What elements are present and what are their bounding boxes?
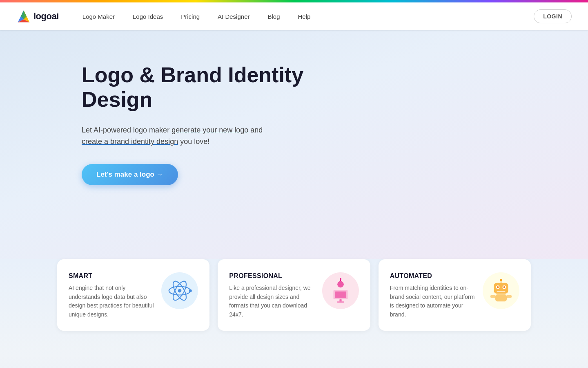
brand-identity-link[interactable]: create a brand identity design bbox=[82, 137, 178, 146]
subtitle-middle: and bbox=[248, 126, 263, 134]
generate-logo-link[interactable]: generate your new logo bbox=[172, 126, 248, 134]
logo-text: logoai bbox=[33, 11, 59, 22]
svg-rect-7 bbox=[335, 292, 346, 298]
smart-icon-wrap bbox=[161, 272, 198, 309]
svg-rect-22 bbox=[490, 295, 495, 298]
feature-smart-label: SMART bbox=[69, 272, 155, 280]
professional-icon-wrap bbox=[322, 272, 359, 309]
svg-rect-8 bbox=[339, 299, 341, 301]
features-grid: SMART AI engine that not only understand… bbox=[41, 259, 547, 331]
hero-subtitle: Let AI-powered logo maker generate your … bbox=[82, 124, 310, 148]
svg-point-16 bbox=[497, 286, 499, 288]
nav-help[interactable]: Help bbox=[291, 10, 318, 23]
subtitle-suffix: you love! bbox=[178, 137, 209, 146]
svg-rect-9 bbox=[337, 301, 344, 303]
feature-card-automated: AUTOMATED From matching identities to on… bbox=[379, 259, 531, 331]
svg-point-20 bbox=[500, 279, 502, 281]
feature-professional-desc: Like a professional designer, we provide… bbox=[229, 284, 315, 319]
nav-pricing[interactable]: Pricing bbox=[174, 10, 207, 23]
feature-automated-desc: From matching identities to on-brand soc… bbox=[390, 284, 476, 319]
atom-icon bbox=[165, 276, 194, 305]
designer-icon bbox=[326, 276, 355, 305]
subtitle-prefix: Let AI-powered logo maker bbox=[82, 126, 172, 134]
hero-section: Logo & Brand Identity Design Let AI-powe… bbox=[0, 30, 588, 259]
feature-smart-desc: AI engine that not only understands logo… bbox=[69, 284, 155, 319]
nav-blog[interactable]: Blog bbox=[260, 10, 287, 23]
svg-rect-18 bbox=[497, 291, 506, 292]
automated-icon-wrap bbox=[483, 272, 519, 309]
feature-automated-label: AUTOMATED bbox=[390, 272, 476, 280]
feature-card-smart: SMART AI engine that not only understand… bbox=[57, 259, 209, 331]
hero-title: Logo & Brand Identity Design bbox=[82, 63, 368, 112]
feature-card-professional: PROFESSIONAL Like a professional designe… bbox=[218, 259, 370, 331]
stats-bar: LogoAi has helped 2,665,308 businesses c… bbox=[0, 355, 588, 368]
svg-point-5 bbox=[189, 289, 192, 292]
svg-rect-21 bbox=[495, 294, 507, 302]
svg-point-10 bbox=[337, 281, 344, 287]
feature-professional-label: PROFESSIONAL bbox=[229, 272, 315, 280]
logo-link[interactable]: logoai bbox=[16, 9, 59, 24]
nav-links: Logo Maker Logo Ideas Pricing AI Designe… bbox=[75, 10, 534, 23]
nav-logo-maker[interactable]: Logo Maker bbox=[75, 10, 122, 23]
svg-point-12 bbox=[339, 278, 341, 280]
navbar: logoai Logo Maker Logo Ideas Pricing AI … bbox=[0, 2, 588, 30]
svg-point-4 bbox=[178, 289, 182, 293]
svg-rect-23 bbox=[507, 295, 512, 298]
nav-ai-designer[interactable]: AI Designer bbox=[210, 10, 257, 23]
login-button[interactable]: LOGIN bbox=[534, 9, 572, 23]
cta-button[interactable]: Let's make a logo → bbox=[82, 164, 178, 185]
nav-logo-ideas[interactable]: Logo Ideas bbox=[125, 10, 170, 23]
robot-icon bbox=[487, 276, 515, 305]
logo-icon bbox=[16, 9, 31, 24]
svg-point-17 bbox=[503, 286, 505, 288]
features-section: SMART AI engine that not only understand… bbox=[0, 259, 588, 355]
